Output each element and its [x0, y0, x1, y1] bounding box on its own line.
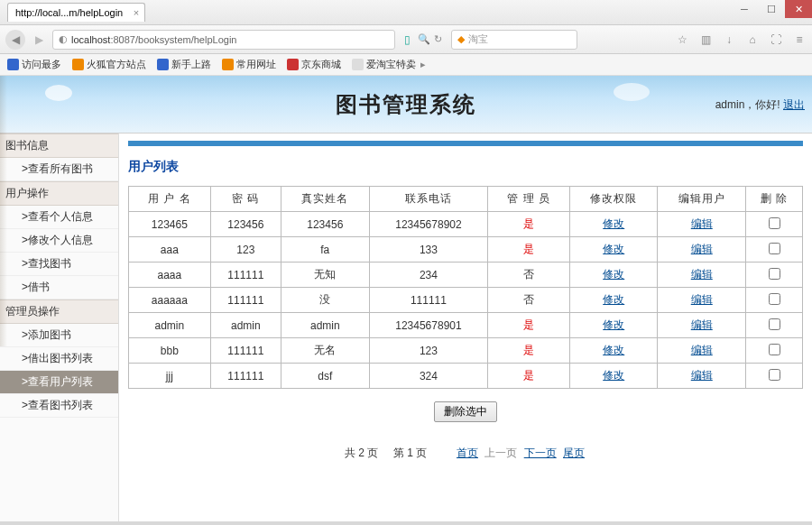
- total-pages: 共 2 页: [345, 447, 378, 459]
- window-close-button[interactable]: ✕: [785, 0, 812, 18]
- system-title: 图书管理系统: [336, 90, 476, 119]
- edit-link[interactable]: 编辑: [691, 293, 713, 306]
- bookmark-item[interactable]: 京东商城: [287, 58, 341, 71]
- sidebar-item[interactable]: >查看图书列表: [0, 394, 118, 418]
- table-row: aaaa111111无知234否修改编辑: [129, 262, 803, 288]
- browser-titlebar: http://local...m/helpLogin × ─ ☐ ✕: [0, 0, 812, 25]
- taobao-icon: ◆: [457, 33, 465, 45]
- bookmark-item[interactable]: 爱淘宝特卖▸: [352, 58, 426, 71]
- search-bar[interactable]: ◆ 淘宝: [451, 30, 577, 50]
- shield-icon[interactable]: ▯: [404, 33, 411, 46]
- back-button[interactable]: ◀: [5, 30, 25, 50]
- bookmark-item[interactable]: 访问最多: [7, 58, 61, 71]
- download-icon[interactable]: ↓: [722, 32, 736, 47]
- delete-checkbox[interactable]: [769, 217, 780, 229]
- cell-realname: dsf: [281, 364, 370, 389]
- sidebar-item[interactable]: >查看用户列表: [0, 371, 118, 394]
- sidebar-item[interactable]: >添加图书: [0, 324, 118, 347]
- user-table: 用 户 名密 码真实姓名联系电话管 理 员修改权限编辑用户删 除 1234651…: [128, 186, 803, 389]
- last-page-link[interactable]: 尾页: [563, 447, 585, 459]
- bookmark-icon: [72, 59, 84, 70]
- edit-link[interactable]: 编辑: [691, 369, 713, 382]
- menu-icon[interactable]: ≡: [792, 32, 807, 47]
- forward-button[interactable]: ▶: [29, 30, 49, 50]
- sidebar-item[interactable]: >借书: [0, 276, 118, 299]
- cell-admin: 是: [488, 338, 570, 364]
- modify-link[interactable]: 修改: [603, 344, 624, 356]
- browser-tab[interactable]: http://local...m/helpLogin ×: [7, 3, 145, 22]
- bookmark-icon: [222, 59, 234, 70]
- list-title: 用户列表: [128, 159, 803, 175]
- modify-link[interactable]: 修改: [603, 243, 624, 255]
- sidebar-item[interactable]: >查看所有图书: [0, 158, 118, 181]
- delete-selected-button[interactable]: 删除选中: [434, 401, 497, 422]
- prev-page-link[interactable]: 上一页: [484, 447, 517, 459]
- cell-phone: 123: [369, 338, 488, 364]
- table-row: bbb111111无名123是修改编辑: [129, 338, 803, 364]
- bookmark-label: 京东商城: [301, 58, 341, 71]
- cell-username: jjj: [129, 364, 211, 389]
- cell-modify: 修改: [569, 338, 658, 364]
- close-tab-icon[interactable]: ×: [134, 7, 139, 18]
- modify-link[interactable]: 修改: [603, 268, 624, 281]
- modify-link[interactable]: 修改: [603, 217, 624, 230]
- bookmark-item[interactable]: 新手上路: [157, 58, 211, 71]
- bookmark-icon: [352, 59, 364, 70]
- bookmark-item[interactable]: 常用网址: [222, 58, 276, 71]
- bookmark-item[interactable]: 火狐官方站点: [72, 58, 146, 71]
- zoom-icon[interactable]: 🔍: [418, 33, 430, 45]
- fullscreen-icon[interactable]: ⛶: [769, 32, 783, 47]
- sidebar-item[interactable]: >借出图书列表: [0, 347, 118, 371]
- cell-realname: fa: [281, 237, 370, 262]
- sidebar-item[interactable]: >查看个人信息: [0, 206, 118, 229]
- table-header-cell: 密 码: [210, 187, 281, 212]
- bookmark-icon: [7, 59, 19, 70]
- modify-link[interactable]: 修改: [603, 318, 624, 331]
- modify-link[interactable]: 修改: [603, 293, 624, 306]
- delete-checkbox[interactable]: [769, 369, 780, 381]
- delete-checkbox[interactable]: [769, 243, 780, 254]
- bookmark-icon: [157, 59, 169, 70]
- cell-phone: 133: [369, 237, 488, 262]
- edit-link[interactable]: 编辑: [691, 268, 713, 281]
- sidebar-item[interactable]: >查找图书: [0, 253, 118, 276]
- delete-checkbox[interactable]: [769, 344, 780, 355]
- cell-admin: 是: [488, 313, 570, 338]
- table-header-cell: 用 户 名: [129, 187, 211, 212]
- edit-link[interactable]: 编辑: [691, 318, 713, 331]
- url-domain: localhost: [71, 34, 110, 45]
- cell-phone: 12345678901: [369, 313, 488, 338]
- home-icon[interactable]: ⌂: [745, 32, 760, 47]
- sidebar-item[interactable]: >修改个人信息: [0, 229, 118, 253]
- cell-password: 123: [210, 237, 281, 262]
- current-page: 第 1 页: [393, 447, 427, 459]
- edit-link[interactable]: 编辑: [691, 344, 713, 356]
- cell-edit: 编辑: [658, 364, 746, 389]
- minimize-button[interactable]: ─: [731, 0, 758, 18]
- cell-admin: 否: [488, 262, 570, 288]
- edit-link[interactable]: 编辑: [691, 217, 713, 230]
- modify-link[interactable]: 修改: [603, 369, 624, 382]
- cell-delete: [746, 237, 803, 262]
- url-port: :8087: [110, 34, 135, 45]
- logout-link[interactable]: 退出: [783, 98, 805, 111]
- delete-checkbox[interactable]: [769, 268, 780, 280]
- cell-edit: 编辑: [658, 288, 746, 313]
- pagination: 共 2 页 第 1 页 首页 上一页 下一页 尾页: [128, 446, 803, 461]
- url-bar[interactable]: ◐ localhost :8087 /booksystem/helpLogin: [52, 30, 395, 50]
- cell-username: bbb: [129, 338, 211, 364]
- cell-password: 123456: [210, 212, 281, 237]
- next-page-link[interactable]: 下一页: [524, 447, 557, 459]
- maximize-button[interactable]: ☐: [758, 0, 785, 18]
- star-icon[interactable]: ☆: [675, 32, 689, 47]
- cell-realname: 没: [281, 288, 370, 313]
- delete-checkbox[interactable]: [769, 318, 780, 330]
- first-page-link[interactable]: 首页: [457, 447, 478, 459]
- delete-checkbox[interactable]: [769, 293, 780, 305]
- cell-edit: 编辑: [658, 338, 746, 364]
- cell-username: admin: [129, 313, 211, 338]
- edit-link[interactable]: 编辑: [691, 243, 713, 255]
- reload-icon[interactable]: ↻: [434, 33, 442, 45]
- cell-delete: [746, 212, 803, 237]
- bookmark-list-icon[interactable]: ▥: [698, 32, 713, 47]
